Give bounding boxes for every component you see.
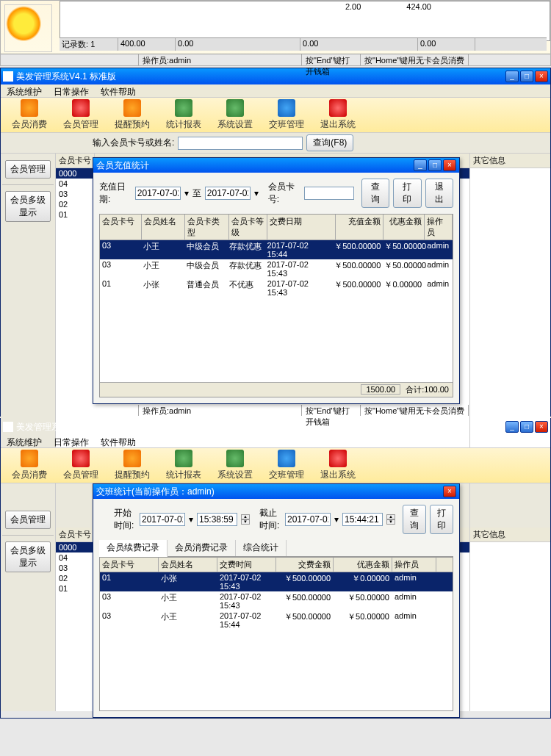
- tool-settings[interactable]: 系统设置: [217, 450, 253, 481]
- tab-consume[interactable]: 会员消费记录: [168, 540, 236, 556]
- dialog-close[interactable]: ×: [443, 486, 456, 497]
- dropdown-icon[interactable]: ▾: [184, 188, 189, 198]
- print-button[interactable]: 打印: [393, 179, 421, 208]
- table-row[interactable]: 03小王2017-07-02 15:44￥500.00000￥50.00000a…: [100, 611, 453, 630]
- toolbar: 会员消费 会员管理 提醒预约 统计报表 系统设置 交班管理 退出系统: [1, 98, 550, 133]
- hint: 按"End"键打开钱箱: [302, 405, 361, 416]
- time-spinner[interactable]: ▲▼: [386, 514, 395, 525]
- tool-shift[interactable]: 交班管理: [269, 450, 304, 481]
- table-row[interactable]: 03小王中级会员存款优惠2017-07-02 15:44￥500.00000￥5…: [100, 240, 453, 259]
- menu-help[interactable]: 软件帮助: [95, 84, 142, 97]
- date-to-input[interactable]: [205, 187, 251, 200]
- title-bar: 美发管理系统V4.1 标准版 _ □ ×: [1, 68, 550, 84]
- menu-daily[interactable]: 日常操作: [48, 84, 95, 97]
- tool-member-manage[interactable]: 会员管理: [63, 450, 98, 481]
- user-icon: [72, 99, 90, 117]
- tab-summary[interactable]: 综合统计: [236, 540, 287, 556]
- header-amount: 充值金额: [336, 215, 383, 240]
- query-button[interactable]: 查询: [403, 505, 426, 534]
- tool-settings[interactable]: 系统设置: [217, 99, 253, 131]
- menu-system[interactable]: 系统维护: [1, 435, 48, 447]
- toolbar: 会员消费 会员管理 提醒预约 统计报表 系统设置 交班管理 退出系统: [1, 448, 550, 483]
- tool-member-manage[interactable]: 会员管理: [63, 99, 98, 131]
- shift-table: 会员卡号 会员姓名 交费时间 交费金额 优惠金额 操作员 01小张2017-07…: [99, 557, 453, 711]
- search-bar: 输入会员卡号或姓名: 查询(F8): [1, 133, 550, 154]
- tool-stats[interactable]: 统计报表: [166, 450, 201, 481]
- maximize-button[interactable]: □: [520, 421, 533, 433]
- chart-icon: [175, 99, 192, 117]
- table-row[interactable]: 01小张2017-07-02 15:43￥500.00000￥0.00000ad…: [100, 572, 453, 591]
- summary-val: 0.00: [418, 38, 475, 51]
- print-button[interactable]: 打印: [430, 505, 453, 534]
- table-row[interactable]: 01小张普通会员不优惠2017-07-02 15:43￥500.00000￥0.…: [100, 278, 453, 298]
- app-icon: [3, 422, 13, 432]
- shift-icon: [278, 99, 295, 117]
- table-row[interactable]: 03小王中级会员存款优惠2017-07-02 15:43￥500.00000￥5…: [100, 259, 453, 278]
- member-manage-button[interactable]: 会员管理: [5, 160, 51, 179]
- member-levels-button[interactable]: 会员多级显示: [5, 191, 51, 222]
- dialog-minimize[interactable]: _: [414, 159, 427, 171]
- summary-val: 0.00: [176, 38, 300, 51]
- maximize-button[interactable]: □: [520, 71, 533, 82]
- power-icon: [329, 450, 347, 467]
- menu-system[interactable]: 系统维护: [1, 84, 48, 97]
- window-title: 美发管理系统V4.1 标准版: [16, 71, 505, 83]
- dropdown-icon[interactable]: ▾: [334, 514, 339, 525]
- menu-daily[interactable]: 日常操作: [48, 435, 95, 447]
- right-column: 其它信息: [469, 154, 550, 447]
- header-card: 会员卡号: [100, 215, 142, 240]
- coins-icon: [21, 99, 38, 117]
- summary-val: 0.00: [300, 38, 418, 51]
- tool-exit[interactable]: 退出系统: [320, 99, 356, 131]
- tool-reminder[interactable]: 提醒预约: [115, 450, 150, 481]
- query-button[interactable]: 查询(F8): [306, 134, 353, 151]
- filter-row: 开始时间: ▾ ▲▼ 截止时间: ▾ ▲▼ 查询 打印: [99, 505, 453, 534]
- shift-stats-dialog: 交班统计(当前操作员：admin) × 开始时间: ▾ ▲▼ 截止时间: ▾ ▲…: [93, 483, 460, 718]
- dropdown-icon[interactable]: ▾: [189, 514, 193, 525]
- tool-shift[interactable]: 交班管理: [269, 99, 304, 131]
- close-button[interactable]: ×: [535, 421, 548, 433]
- query-button[interactable]: 查询: [361, 179, 389, 208]
- top-table: 2.00 424.00: [60, 1, 550, 41]
- tool-member-consume[interactable]: 会员消费: [12, 450, 47, 481]
- date-label: 充值日期:: [99, 181, 132, 206]
- end-date-input[interactable]: [285, 513, 331, 526]
- bell-icon: [123, 450, 141, 467]
- tool-reminder[interactable]: 提醒预约: [115, 99, 150, 131]
- tool-member-consume[interactable]: 会员消费: [12, 99, 47, 131]
- minimize-button[interactable]: _: [505, 421, 519, 433]
- chart-icon: [175, 450, 192, 467]
- shift-icon: [278, 450, 295, 467]
- tool-exit[interactable]: 退出系统: [320, 450, 356, 481]
- tab-renewal[interactable]: 会员续费记录: [99, 540, 168, 557]
- header-type: 会员卡类型: [185, 215, 228, 240]
- menu-help[interactable]: 软件帮助: [95, 435, 142, 447]
- start-time-input[interactable]: [197, 513, 237, 526]
- exit-button[interactable]: 退出: [425, 179, 453, 208]
- date-from-input[interactable]: [135, 187, 181, 200]
- hint: 按"Home"键用无卡会员消费: [361, 405, 469, 416]
- close-button[interactable]: ×: [535, 71, 548, 82]
- summary-val: 400.00: [118, 38, 176, 51]
- minimize-button[interactable]: _: [505, 71, 519, 82]
- right-column: 其它信息: [469, 483, 550, 711]
- header-date: 交费时间: [217, 558, 276, 572]
- filter-row: 充值日期: ▾ 至 ▾ 会员卡号: 查询 打印 退出: [99, 179, 453, 208]
- dialog-close[interactable]: ×: [443, 159, 456, 171]
- end-time-input[interactable]: [342, 513, 383, 526]
- tool-stats[interactable]: 统计报表: [166, 99, 201, 131]
- app-window-1: 美发管理系统V4.1 标准版 _ □ × 系统维护 日常操作 软件帮助 会员消费…: [0, 68, 551, 417]
- time-spinner[interactable]: ▲▼: [241, 514, 250, 525]
- hint: 按"Home"键用无卡会员消费: [361, 54, 469, 65]
- dialog-maximize[interactable]: □: [428, 159, 442, 171]
- start-date-input[interactable]: [140, 513, 185, 526]
- card-label: 会员卡号:: [268, 181, 300, 206]
- to-label: 至: [192, 187, 201, 200]
- summary-row: 记录数: 1 400.00 0.00 0.00 0.00: [60, 37, 547, 51]
- search-input[interactable]: [178, 137, 303, 150]
- member-levels-button[interactable]: 会员多级显示: [5, 541, 51, 572]
- table-row[interactable]: 03小王2017-07-02 15:43￥500.00000￥50.00000a…: [100, 591, 453, 611]
- member-manage-button[interactable]: 会员管理: [5, 511, 51, 529]
- dropdown-icon[interactable]: ▾: [254, 188, 259, 198]
- card-input[interactable]: [304, 187, 354, 200]
